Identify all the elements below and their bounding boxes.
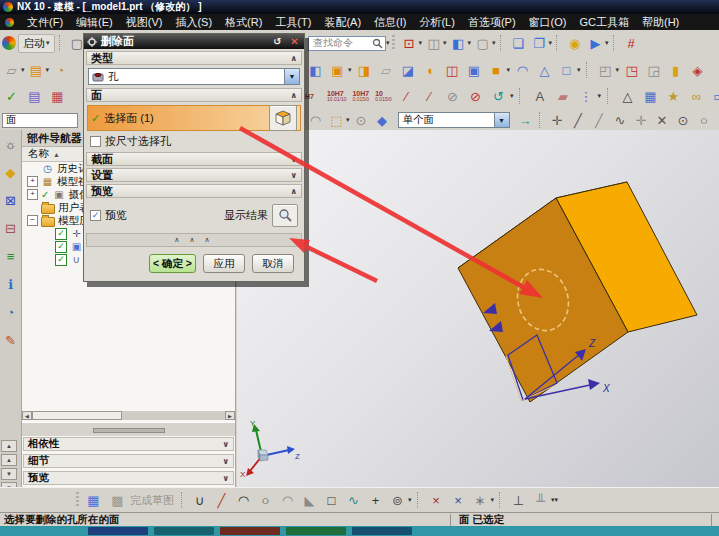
tol-fit-upper-icon[interactable]: 10H710.01/10 bbox=[326, 90, 347, 102]
custom-symbol-icon[interactable]: ★ bbox=[664, 87, 683, 105]
panel-2[interactable]: 细节∨ bbox=[23, 454, 234, 468]
find-command-box[interactable]: 查找命令 bbox=[308, 36, 386, 51]
chevron-down-icon[interactable]: ▼ bbox=[494, 113, 509, 127]
fillet-icon[interactable]: ◠ bbox=[278, 491, 297, 509]
extrude-icon-dropdown[interactable]: ▾ bbox=[348, 66, 352, 74]
menu-item-5[interactable]: 格式(R) bbox=[225, 15, 262, 30]
section-cross[interactable]: 截面 ∨ bbox=[86, 152, 302, 166]
apply-button[interactable]: 应用 bbox=[203, 254, 245, 273]
menu-item-1[interactable]: 文件(F) bbox=[27, 15, 63, 30]
tree-checkbox[interactable]: ✓ bbox=[55, 241, 67, 253]
reuse-library-icon[interactable]: ≡ bbox=[2, 247, 20, 265]
cancel-button[interactable]: 取消 bbox=[252, 254, 294, 273]
role-key-icon[interactable]: ◉ bbox=[565, 34, 584, 52]
undo-dim-icon-dropdown[interactable]: ▾ bbox=[510, 92, 514, 100]
circle-icon[interactable]: ○ bbox=[256, 491, 275, 509]
make-corner-icon[interactable]: ∗ bbox=[471, 491, 490, 509]
snap-center-icon[interactable]: ⊙ bbox=[674, 111, 693, 129]
scoop-icon[interactable]: ◖ bbox=[421, 61, 440, 79]
tree-expander-icon[interactable]: − bbox=[27, 215, 38, 226]
constraints-display-icon[interactable]: # bbox=[622, 34, 641, 52]
section-preview[interactable]: 预览 ∧ bbox=[86, 184, 302, 198]
select-by-size-checkbox[interactable] bbox=[90, 136, 101, 147]
block-icon[interactable]: ■ bbox=[487, 61, 506, 79]
menu-item-10[interactable]: 首选项(P) bbox=[468, 15, 516, 30]
tree-expander-icon[interactable]: + bbox=[27, 176, 38, 187]
snap-handle-icon[interactable]: ✛ bbox=[548, 111, 567, 129]
make-symmetric-icon[interactable]: ╨ bbox=[531, 491, 550, 509]
taper-dim-icon[interactable]: ∕ bbox=[420, 87, 439, 105]
quick-extend-icon[interactable]: × bbox=[449, 491, 468, 509]
menu-item-13[interactable]: 帮助(H) bbox=[642, 15, 679, 30]
section-settings[interactable]: 设置 ∨ bbox=[86, 168, 302, 182]
scroll-left-icon[interactable]: ◀ bbox=[22, 411, 32, 420]
triangle-symbol-icon[interactable]: △ bbox=[618, 87, 637, 105]
taskbar-window-4[interactable] bbox=[286, 527, 346, 535]
menu-item-11[interactable]: 窗口(O) bbox=[529, 15, 567, 30]
menu-item-2[interactable]: 编辑(E) bbox=[76, 15, 113, 30]
scroll-down-icon[interactable]: ▼ bbox=[1, 468, 17, 480]
apply-filter-icon[interactable]: → bbox=[516, 111, 535, 129]
quick-trim-icon[interactable]: × bbox=[427, 491, 446, 509]
menu-item-6[interactable]: 工具(T) bbox=[275, 15, 311, 30]
shaded-pick-icon[interactable]: ◆ bbox=[373, 111, 392, 129]
arc-icon[interactable]: ◠ bbox=[234, 491, 253, 509]
menu-item-4[interactable]: 插入(S) bbox=[175, 15, 212, 30]
render-style-icon[interactable]: ◧ bbox=[449, 34, 468, 52]
snap-endpoint-icon[interactable]: ╱ bbox=[569, 111, 588, 129]
assembly-navigator-icon[interactable]: ◆ bbox=[2, 163, 20, 181]
display-plane-icon-dropdown[interactable]: ▾ bbox=[21, 66, 25, 74]
menu-item-9[interactable]: 分析(L) bbox=[419, 15, 454, 30]
graphics-area[interactable]: X Z Y Z X bbox=[237, 130, 719, 487]
offset-curve-icon[interactable]: ⊚ bbox=[388, 491, 407, 509]
replay-icon[interactable]: ▶ bbox=[586, 34, 605, 52]
tol-fit-lower-icon[interactable]: 10H70.015/0 bbox=[351, 90, 370, 102]
snap-intersect-icon[interactable]: ✕ bbox=[653, 111, 672, 129]
dialog-close-icon[interactable]: ✕ bbox=[288, 36, 301, 48]
sheet-icon[interactable]: ▱ bbox=[377, 61, 396, 79]
taskbar-window-3[interactable] bbox=[220, 527, 280, 535]
geometric-constraints-icon[interactable]: ⊥ bbox=[509, 491, 528, 509]
select-by-size-row[interactable]: 按尺寸选择孔 bbox=[90, 134, 298, 149]
materials-pencil-icon[interactable]: ✎ bbox=[2, 331, 20, 349]
tree-horizontal-scrollbar[interactable]: ◀ ▶ bbox=[22, 411, 235, 420]
start-button[interactable]: 启动 ▾ bbox=[18, 34, 55, 53]
type-filter-input[interactable]: 面 bbox=[2, 113, 78, 128]
trim-body-icon[interactable]: ◫ bbox=[443, 61, 462, 79]
gc-gears-icon[interactable]: ∞ bbox=[687, 87, 706, 105]
sort-ascending-icon[interactable]: ▲ bbox=[53, 151, 60, 158]
constraint-navigator-icon[interactable]: ⊠ bbox=[2, 191, 20, 209]
delete-face-icon[interactable]: ◳ bbox=[622, 61, 641, 79]
face-select-button[interactable] bbox=[269, 105, 297, 131]
menu-item-3[interactable]: 视图(V) bbox=[126, 15, 163, 30]
snap-point-icon[interactable]: + bbox=[716, 111, 719, 129]
scroll-up2-icon[interactable]: ▲ bbox=[1, 454, 17, 466]
fit-view-icon[interactable]: ⊡ bbox=[400, 34, 419, 52]
render-style-icon-dropdown[interactable]: ▾ bbox=[468, 39, 472, 47]
point-icon[interactable]: + bbox=[366, 491, 385, 509]
window-cascade-icon[interactable]: ❏ bbox=[509, 34, 528, 52]
dialog-reset-icon[interactable]: ↺ bbox=[271, 36, 284, 48]
section-type[interactable]: 类型 ∧ bbox=[86, 51, 302, 65]
wireframe-cube-icon-dropdown[interactable]: ▾ bbox=[577, 66, 581, 74]
polyline-icon[interactable]: ∿ bbox=[344, 491, 363, 509]
window-new-icon[interactable]: ❐ bbox=[530, 34, 549, 52]
wireframe-cube-icon[interactable]: □ bbox=[557, 61, 576, 79]
highlight-icon[interactable]: ⊙ bbox=[352, 111, 371, 129]
rectangle-icon[interactable]: □ bbox=[322, 491, 341, 509]
snap-circle-icon[interactable]: ○ bbox=[695, 111, 714, 129]
finish-icon[interactable]: ✓ bbox=[2, 87, 21, 105]
dialog-titlebar[interactable]: 删除面 ↺ ✕ bbox=[84, 34, 304, 49]
taskbar-window-5[interactable] bbox=[352, 527, 412, 535]
ordinate-icon[interactable]: ⋮ bbox=[576, 87, 595, 105]
eraser-icon[interactable]: ▰ bbox=[553, 87, 572, 105]
replay-icon-dropdown[interactable]: ▾ bbox=[605, 39, 609, 47]
search-dropdown-icon[interactable]: ▾ bbox=[386, 39, 390, 47]
view-triad[interactable]: Y Z X bbox=[240, 419, 300, 479]
menu-item-12[interactable]: GC工具箱 bbox=[579, 15, 629, 30]
undo-dim-icon[interactable]: ↺ bbox=[489, 87, 508, 105]
ordinate-icon-dropdown[interactable]: ▾ bbox=[597, 92, 601, 100]
offset-curve-icon-dropdown[interactable]: ▾ bbox=[408, 496, 412, 504]
menu-item-7[interactable]: 装配(A) bbox=[324, 15, 361, 30]
move-face-icon[interactable]: ◰ bbox=[596, 61, 615, 79]
